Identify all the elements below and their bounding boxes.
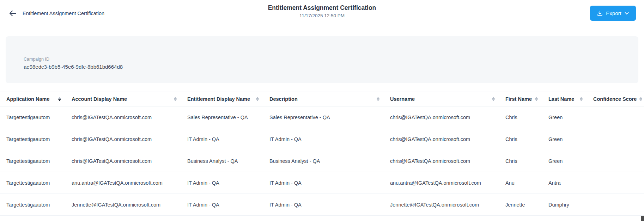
sort-icon[interactable] [374, 97, 379, 101]
page-title-block: Entitlement Assignment Certification 11/… [268, 4, 376, 18]
column-label: Entitlement Display Name [187, 96, 250, 102]
cell-application-name: Targettestigaautom [0, 136, 72, 142]
cell-first-name: Jennette [505, 202, 548, 208]
sort-asc-triangle [535, 97, 538, 99]
cell-entitlement-display-name: Sales Representative - QA [187, 115, 269, 120]
sort-asc-triangle [580, 97, 583, 99]
cell-description: IT Admin - QA [269, 202, 390, 208]
cell-username: anu.antra@IGATestQA.onmicrosoft.com [390, 180, 505, 186]
page-timestamp: 11/17/2025 12:50 PM [268, 13, 376, 18]
cell-description: IT Admin - QA [269, 180, 390, 186]
sort-icon[interactable] [489, 97, 495, 101]
table-row: Targettestigaautomanu.antra@IGATestQA.on… [0, 172, 644, 194]
cell-first-name: Anu [505, 180, 548, 186]
sort-asc-triangle [639, 97, 642, 99]
sort-desc-triangle [639, 99, 642, 101]
column-label: Description [269, 96, 298, 102]
table-row: Targettestigaautomchris@IGATestQA.onmicr… [0, 150, 644, 172]
sort-desc-triangle [58, 99, 61, 101]
column-header-entitlement-display-name[interactable]: Entitlement Display Name [187, 96, 269, 102]
column-header-application-name[interactable]: Application Name [0, 96, 72, 102]
cell-account-display-name: Jennette@IGATestQA.onmicrosoft.com [72, 202, 187, 208]
column-label: First Name [505, 96, 532, 102]
column-label: Confidence Score [593, 96, 637, 102]
cell-account-display-name: anu.antra@IGATestQA.onmicrosoft.com [72, 180, 187, 186]
cell-application-name: Targettestigaautom [0, 180, 72, 186]
cell-last-name: Green [548, 158, 593, 164]
export-button[interactable]: Export [590, 6, 636, 21]
column-label: Last Name [548, 96, 574, 102]
sort-desc-triangle [256, 99, 259, 101]
cell-application-name: Targettestigaautom [0, 115, 72, 120]
cell-account-display-name: chris@IGATestQA.onmicrosoft.com [72, 136, 187, 142]
back-button[interactable] [8, 9, 17, 18]
cell-last-name: Green [548, 115, 593, 120]
cell-description: IT Admin - QA [269, 136, 390, 142]
campaign-id-value: ae98edc3-b9b5-45e6-9dfc-8bb61bd664d8 [24, 64, 638, 70]
cell-last-name: Dumphry [548, 202, 593, 208]
table-row: Targettestigaautomchris@IGATestQA.onmicr… [0, 128, 644, 150]
column-header-description[interactable]: Description [269, 96, 390, 102]
sort-desc-triangle [174, 99, 177, 101]
vertical-scrollbar-thumb[interactable] [641, 216, 644, 221]
sort-asc-triangle [58, 97, 61, 99]
cell-description: Business Analyst - QA [269, 158, 390, 164]
sort-asc-triangle [256, 97, 259, 99]
sort-desc-triangle [492, 99, 495, 101]
table-row: TargettestigaautomJennette@IGATestQA.onm… [0, 194, 644, 216]
sort-icon[interactable] [253, 97, 259, 101]
cell-last-name: Green [548, 136, 593, 142]
cell-entitlement-display-name: IT Admin - QA [187, 202, 269, 208]
column-header-account-display-name[interactable]: Account Display Name [72, 96, 187, 102]
cell-application-name: Targettestigaautom [0, 202, 72, 208]
breadcrumb-title: Entitlement Assignment Certification [23, 11, 104, 16]
sort-icon[interactable] [55, 97, 61, 101]
cell-username: Jennette@IGATestQA.onmicrosoft.com [390, 202, 505, 208]
back-arrow-icon [9, 10, 17, 17]
cell-account-display-name: chris@IGATestQA.onmicrosoft.com [72, 115, 187, 120]
campaign-info-panel: Campaign ID ae98edc3-b9b5-45e6-9dfc-8bb6… [6, 36, 638, 83]
top-bar: Entitlement Assignment Certification Ent… [0, 0, 644, 27]
cell-first-name: Chris [505, 158, 548, 164]
column-label: Username [390, 96, 415, 102]
certification-table: Application NameAccount Display NameEnti… [0, 92, 644, 216]
cell-username: chris@IGATestQA.onmicrosoft.com [390, 115, 505, 120]
sort-icon[interactable] [577, 97, 583, 101]
sort-asc-triangle [377, 97, 379, 99]
sort-desc-triangle [377, 99, 379, 101]
cell-entitlement-display-name: Business Analyst - QA [187, 158, 269, 164]
chevron-down-icon [625, 12, 629, 15]
sort-desc-triangle [535, 99, 538, 101]
cell-username: chris@IGATestQA.onmicrosoft.com [390, 136, 505, 142]
cell-first-name: Chris [505, 115, 548, 120]
sort-icon[interactable] [532, 97, 538, 101]
cell-last-name: Antra [548, 180, 593, 186]
sort-asc-triangle [492, 97, 495, 99]
cell-account-display-name: chris@IGATestQA.onmicrosoft.com [72, 158, 187, 164]
table-body: Targettestigaautomchris@IGATestQA.onmicr… [0, 106, 644, 216]
sort-asc-triangle [174, 97, 177, 99]
cell-first-name: Chris [505, 136, 548, 142]
column-header-confidence-score[interactable]: Confidence Score [593, 96, 644, 102]
cell-entitlement-display-name: IT Admin - QA [187, 136, 269, 142]
campaign-id-label: Campaign ID [24, 57, 638, 62]
column-label: Account Display Name [72, 96, 127, 102]
table-header-row: Application NameAccount Display NameEnti… [0, 92, 644, 106]
column-header-first-name[interactable]: First Name [505, 96, 548, 102]
cell-application-name: Targettestigaautom [0, 158, 72, 164]
sort-icon[interactable] [171, 97, 177, 101]
sort-icon[interactable] [637, 97, 642, 101]
table-row: Targettestigaautomchris@IGATestQA.onmicr… [0, 106, 644, 128]
download-icon [597, 11, 603, 16]
cell-username: chris@IGATestQA.onmicrosoft.com [390, 158, 505, 164]
export-button-label: Export [606, 10, 621, 16]
column-header-username[interactable]: Username [390, 96, 505, 102]
sort-desc-triangle [580, 99, 583, 101]
cell-entitlement-display-name: IT Admin - QA [187, 180, 269, 186]
column-label: Application Name [6, 96, 49, 102]
cell-description: Sales Representative - QA [269, 115, 390, 120]
column-header-last-name[interactable]: Last Name [548, 96, 593, 102]
page-title: Entitlement Assignment Certification [268, 4, 376, 12]
